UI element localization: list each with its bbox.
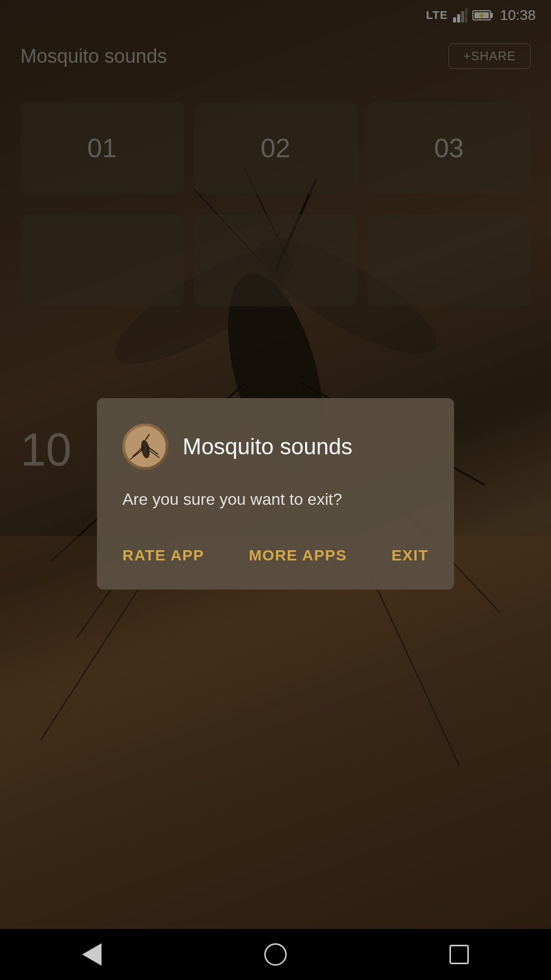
dialog-message: Are you sure you want to exit? — [122, 488, 429, 511]
navigation-bar — [0, 929, 551, 980]
dialog-title: Mosquito sounds — [183, 434, 353, 459]
home-icon — [264, 943, 287, 966]
more-apps-button[interactable]: MORE APPS — [249, 542, 347, 569]
home-button[interactable] — [260, 939, 291, 970]
dialog-header: Mosquito sounds — [122, 424, 429, 470]
recents-icon — [449, 945, 469, 964]
rate-app-button[interactable]: RATE APP — [122, 542, 204, 569]
recents-button[interactable] — [444, 939, 474, 970]
back-icon — [82, 943, 102, 966]
mosquito-icon — [125, 426, 166, 467]
exit-dialog: Mosquito sounds Are you sure you want to… — [97, 398, 454, 590]
back-button[interactable] — [77, 939, 107, 970]
dialog-app-icon — [122, 424, 168, 470]
dialog-actions: RATE APP MORE APPS EXIT — [122, 542, 429, 569]
exit-button[interactable]: EXIT — [391, 542, 429, 569]
